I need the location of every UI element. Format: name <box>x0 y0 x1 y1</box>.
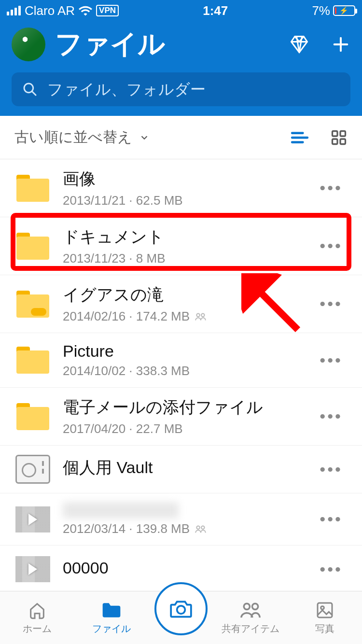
item-name: 個人用 Vault <box>63 457 302 479</box>
item-name: 00000 <box>63 559 302 577</box>
list-item[interactable]: イグアスの滝2014/02/16 · 174.2 MB••• <box>0 275 362 333</box>
tab-label: ホーム <box>23 622 52 635</box>
item-meta: 2017/04/20 · 22.7 MB <box>63 421 302 436</box>
wifi-icon <box>79 5 92 16</box>
svg-rect-1 <box>333 131 338 136</box>
add-icon[interactable] <box>331 35 350 54</box>
app-header: ファイル <box>0 21 362 116</box>
tab-files[interactable]: ファイル <box>80 600 143 635</box>
view-list-icon[interactable] <box>291 130 309 145</box>
vpn-badge: VPN <box>96 5 119 16</box>
clock: 1:47 <box>203 3 228 18</box>
item-name: 画像 <box>63 168 302 190</box>
tab-photos[interactable]: 写真 <box>293 600 356 635</box>
list-item[interactable]: 個人用 Vault••• <box>0 446 362 493</box>
people-icon <box>239 601 262 620</box>
search-icon <box>22 82 38 97</box>
folder-icon <box>16 347 49 374</box>
folder-icon <box>16 403 49 430</box>
more-button[interactable]: ••• <box>315 174 348 202</box>
item-name: ドキュメント <box>63 226 302 248</box>
svg-point-5 <box>196 313 200 317</box>
tab-shared[interactable]: 共有アイテム <box>219 600 282 635</box>
sort-label: 古い順に並べ替え <box>14 127 132 147</box>
tab-label: ファイル <box>92 622 131 635</box>
search-field[interactable] <box>12 72 350 106</box>
svg-rect-3 <box>333 139 338 144</box>
svg-point-11 <box>244 603 250 609</box>
more-button[interactable]: ••• <box>315 505 348 533</box>
chevron-down-icon <box>139 132 150 143</box>
folder-icon <box>101 601 122 620</box>
folder-icon <box>16 233 49 260</box>
item-meta: 2013/11/21 · 62.5 MB <box>63 193 302 208</box>
svg-rect-2 <box>340 131 346 136</box>
video-thumbnail <box>15 506 50 532</box>
svg-rect-13 <box>318 603 332 617</box>
tab-bar: ホーム ファイル 共有アイテム 写真 <box>0 591 362 644</box>
list-item[interactable]: 画像2013/11/21 · 62.5 MB••• <box>0 159 362 217</box>
item-name: Picture <box>63 342 302 361</box>
photo-icon <box>315 601 334 620</box>
view-grid-icon[interactable] <box>330 129 348 146</box>
tab-home[interactable]: ホーム <box>6 600 69 635</box>
list-item[interactable]: Picture2014/10/02 · 338.3 MB••• <box>0 333 362 388</box>
svg-point-14 <box>321 606 324 610</box>
svg-point-10 <box>177 605 185 614</box>
more-button[interactable]: ••• <box>315 346 348 375</box>
shared-icon <box>195 312 207 322</box>
premium-icon[interactable] <box>289 34 310 55</box>
svg-point-6 <box>201 313 205 317</box>
more-button[interactable]: ••• <box>315 232 348 260</box>
file-list: 画像2013/11/21 · 62.5 MB•••ドキュメント2013/11/2… <box>0 159 362 593</box>
item-meta: 2012/03/14 · 139.8 MB <box>63 521 302 536</box>
item-name: イグアスの滝 <box>63 284 302 306</box>
list-item[interactable]: 2012/03/14 · 139.8 MB••• <box>0 493 362 546</box>
list-item[interactable]: 電子メールの添付ファイル2017/04/20 · 22.7 MB••• <box>0 388 362 446</box>
shared-icon <box>195 524 207 534</box>
carrier-label: Claro AR <box>25 3 75 18</box>
item-name <box>63 502 179 518</box>
item-meta: 2013/11/23 · 8 MB <box>63 251 302 266</box>
avatar[interactable] <box>12 28 45 61</box>
svg-point-8 <box>201 526 205 529</box>
sort-button[interactable]: 古い順に並べ替え <box>14 127 150 147</box>
video-thumbnail <box>15 556 50 582</box>
svg-rect-4 <box>340 139 346 144</box>
vault-icon <box>15 455 50 484</box>
sort-bar: 古い順に並べ替え <box>0 116 362 159</box>
search-input[interactable] <box>47 81 340 98</box>
camera-button[interactable] <box>154 582 208 635</box>
camera-icon <box>169 598 193 619</box>
battery-percent: 7% <box>312 3 330 18</box>
more-button[interactable]: ••• <box>315 402 348 431</box>
svg-point-7 <box>196 526 200 529</box>
tab-label: 共有アイテム <box>222 622 279 635</box>
page-title: ファイル <box>55 26 279 63</box>
more-button[interactable]: ••• <box>315 555 348 584</box>
more-button[interactable]: ••• <box>315 290 348 318</box>
list-item[interactable]: ドキュメント2013/11/23 · 8 MB••• <box>0 217 362 275</box>
folder-icon <box>16 291 49 318</box>
status-bar: Claro AR VPN 1:47 7% ⚡ <box>0 0 362 21</box>
battery-icon: ⚡ <box>333 5 355 16</box>
item-meta: 2014/02/16 · 174.2 MB <box>63 309 302 324</box>
home-icon <box>28 601 47 620</box>
item-name: 電子メールの添付ファイル <box>63 396 302 419</box>
signal-icon <box>7 6 21 15</box>
item-meta: 2014/10/02 · 338.3 MB <box>63 364 302 378</box>
more-button[interactable]: ••• <box>315 455 348 484</box>
svg-point-12 <box>252 603 258 609</box>
tab-label: 写真 <box>315 622 334 635</box>
folder-icon <box>16 175 49 202</box>
